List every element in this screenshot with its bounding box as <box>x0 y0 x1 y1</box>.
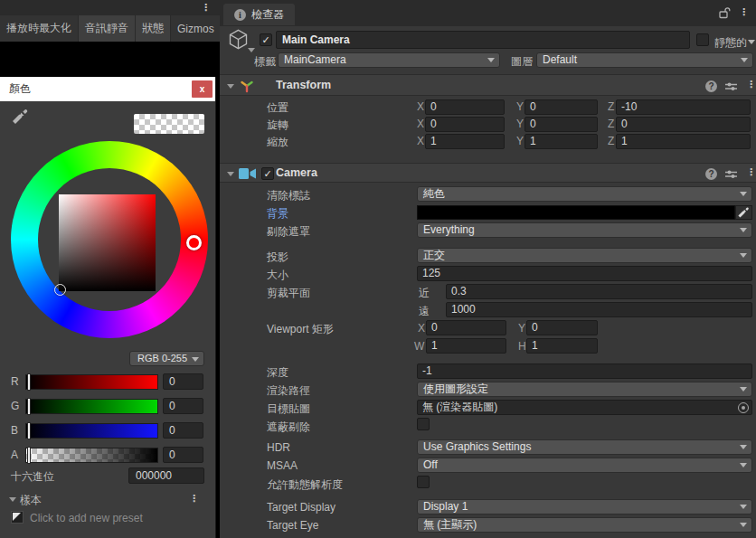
viewport-h-field[interactable]: 1 <box>526 338 598 354</box>
slider-handle[interactable] <box>27 422 31 439</box>
object-picker-icon[interactable] <box>738 402 749 413</box>
size-field[interactable]: 125 <box>417 266 752 281</box>
culling-mask-label: 剔除遮罩 <box>267 224 310 240</box>
hex-label: 十六進位 <box>11 469 54 485</box>
kebab-menu-icon[interactable]: ⋮ <box>189 494 199 504</box>
red-slider[interactable] <box>25 374 158 390</box>
scale-label: 縮放 <box>267 135 288 150</box>
dropdown-arrow-icon <box>740 445 747 449</box>
slider-handle[interactable] <box>27 373 31 391</box>
kebab-menu-icon[interactable]: ⋮ <box>201 3 211 13</box>
viewport-x-field[interactable]: 0 <box>426 320 506 335</box>
blue-slider[interactable] <box>25 423 158 439</box>
msaa-dropdown[interactable]: Off <box>417 458 752 473</box>
foldout-arrow-icon[interactable] <box>227 172 234 176</box>
maximize-on-play-button[interactable]: 播放時最大化 <box>0 15 79 42</box>
viewport-rect-label: Viewport 矩形 <box>267 322 334 337</box>
hue-selector[interactable] <box>186 235 202 250</box>
static-dropdown-arrow-icon[interactable] <box>748 40 755 44</box>
dropdown-arrow-icon <box>740 228 747 232</box>
red-value-field[interactable]: 0 <box>163 373 203 390</box>
alpha-slider[interactable] <box>25 448 158 463</box>
current-color-swatch[interactable] <box>134 114 204 134</box>
slider-label-a: A <box>11 448 25 461</box>
close-button[interactable]: x <box>192 80 213 98</box>
camera-icon <box>239 167 257 183</box>
occlusion-culling-label: 遮蔽剔除 <box>267 420 310 435</box>
background-color-swatch[interactable] <box>417 205 735 220</box>
lock-icon[interactable] <box>719 6 731 22</box>
target-display-label: Target Display <box>267 501 335 514</box>
scale-z-field[interactable]: 1 <box>616 134 751 149</box>
swatches-foldout-icon[interactable] <box>9 497 16 502</box>
tag-dropdown[interactable]: MainCamera <box>278 52 500 68</box>
dynamic-resolution-checkbox[interactable] <box>417 476 430 488</box>
saturation-value-selector[interactable] <box>54 284 66 296</box>
slider-label-b: B <box>11 424 25 437</box>
slider-handle[interactable] <box>27 447 31 464</box>
target-texture-object-field[interactable]: 無 (渲染器貼圖) <box>417 400 752 415</box>
foldout-arrow-icon[interactable] <box>227 84 234 89</box>
tab-inspector[interactable]: i 檢查器 <box>223 4 295 25</box>
position-y-field[interactable]: 0 <box>524 99 598 115</box>
hex-value-field[interactable]: 000000 <box>128 467 204 484</box>
help-icon[interactable]: ? <box>705 168 717 180</box>
rotation-z-field[interactable]: 0 <box>616 117 751 132</box>
background-eyedropper-button[interactable] <box>735 205 752 220</box>
projection-dropdown[interactable]: 正交 <box>417 248 752 263</box>
culling-mask-value: Everything <box>423 223 475 236</box>
gameobject-cube-icon[interactable] <box>226 27 250 54</box>
help-icon[interactable]: ? <box>705 80 717 92</box>
stats-button[interactable]: 狀態 <box>136 15 171 42</box>
target-display-dropdown[interactable]: Display 1 <box>417 499 752 514</box>
viewport-y-field[interactable]: 0 <box>526 320 598 335</box>
camera-enabled-checkbox[interactable]: ✓ <box>261 167 274 180</box>
dropdown-arrow-icon <box>741 58 748 62</box>
camera-component-header[interactable]: ✓ Camera ? ⋮ <box>220 163 756 183</box>
depth-label: 深度 <box>267 365 288 381</box>
kebab-menu-icon[interactable]: ⋮ <box>746 80 756 90</box>
blue-value-field[interactable]: 0 <box>163 422 203 439</box>
gameobject-dropdown-arrow-icon[interactable] <box>248 48 255 52</box>
kebab-menu-icon[interactable]: ⋮ <box>739 7 749 17</box>
target-eye-dropdown[interactable]: 無 (主顯示) <box>417 517 752 533</box>
gameobject-enabled-checkbox[interactable]: ✓ <box>260 33 272 46</box>
presets-icon[interactable] <box>724 80 738 95</box>
gizmos-dropdown[interactable]: Gizmos <box>171 15 221 42</box>
gameobject-name-field[interactable]: Main Camera <box>276 31 690 49</box>
scale-x-field[interactable]: 1 <box>425 134 505 149</box>
add-preset-swatch-icon[interactable] <box>11 511 24 524</box>
add-preset-hint[interactable]: Click to add new preset <box>30 512 143 524</box>
culling-mask-dropdown[interactable]: Everything <box>417 222 752 238</box>
occlusion-culling-checkbox[interactable] <box>417 418 430 430</box>
position-z-field[interactable]: -10 <box>616 99 751 115</box>
near-field[interactable]: 0.3 <box>446 284 752 299</box>
slider-handle[interactable] <box>27 398 31 415</box>
axis-y-label: Y <box>516 118 524 130</box>
saturation-value-box[interactable] <box>59 194 156 291</box>
background-label: 背景 <box>267 206 288 222</box>
green-slider[interactable] <box>25 399 158 414</box>
color-mode-dropdown[interactable]: RGB 0-255 <box>129 351 204 366</box>
viewport-w-field[interactable]: 1 <box>426 338 506 354</box>
static-checkbox[interactable] <box>696 33 709 46</box>
transform-component-header[interactable]: Transform ? ⋮ <box>220 74 756 96</box>
scale-y-field[interactable]: 1 <box>524 134 598 149</box>
mute-audio-button[interactable]: 音訊靜音 <box>79 15 136 42</box>
position-x-field[interactable]: 0 <box>425 99 505 115</box>
far-field[interactable]: 1000 <box>446 302 752 317</box>
layer-dropdown[interactable]: Default <box>536 52 753 68</box>
alpha-value-field[interactable]: 0 <box>163 447 203 463</box>
green-value-field[interactable]: 0 <box>163 398 203 414</box>
hdr-dropdown[interactable]: Use Graphics Settings <box>417 439 752 455</box>
axis-z-label: Z <box>608 135 614 147</box>
kebab-menu-icon[interactable]: ⋮ <box>746 167 756 177</box>
far-label: 遠 <box>419 304 430 319</box>
rendering-path-dropdown[interactable]: 使用圖形設定 <box>417 382 752 397</box>
presets-icon[interactable] <box>724 168 738 183</box>
eyedropper-icon[interactable] <box>11 108 29 126</box>
clear-flags-dropdown[interactable]: 純色 <box>417 186 752 202</box>
rotation-x-field[interactable]: 0 <box>425 117 505 132</box>
rotation-y-field[interactable]: 0 <box>524 117 598 132</box>
depth-field[interactable]: -1 <box>417 363 752 379</box>
